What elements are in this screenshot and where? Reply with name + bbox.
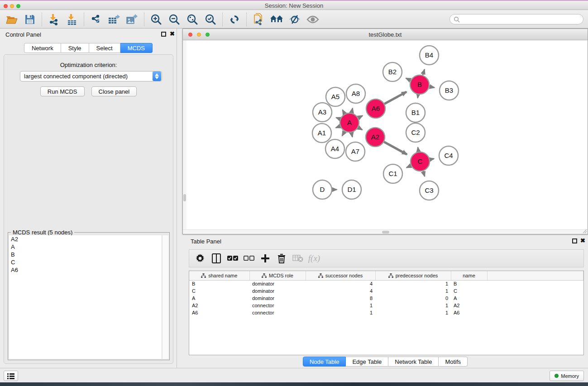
- task-history-button[interactable]: [4, 371, 18, 381]
- edge-C-C2[interactable]: [418, 148, 419, 152]
- home-icon[interactable]: [268, 12, 286, 27]
- function-builder-icon[interactable]: f(x): [307, 251, 321, 266]
- tab-node-table[interactable]: Node Table: [303, 357, 346, 367]
- edge-C-C1[interactable]: [406, 166, 411, 167]
- table-cell[interactable]: A2: [451, 302, 487, 309]
- tab-select[interactable]: Select: [89, 43, 120, 53]
- add-column-icon[interactable]: [258, 251, 272, 266]
- hide-icon[interactable]: [286, 12, 304, 27]
- tab-network-table[interactable]: Network Table: [388, 357, 439, 367]
- edge-A2-C[interactable]: [384, 142, 407, 155]
- open-file-icon[interactable]: [3, 12, 21, 27]
- result-list-item[interactable]: A6: [9, 266, 162, 274]
- table-cell[interactable]: dominator: [249, 280, 306, 287]
- save-session-icon[interactable]: [21, 12, 39, 27]
- table-cell[interactable]: B: [451, 280, 487, 287]
- table-cell[interactable]: A: [451, 295, 487, 302]
- criterion-dropdown[interactable]: largest connected component (directed): [20, 71, 162, 81]
- table-cell[interactable]: connector: [249, 302, 306, 309]
- tab-mcds[interactable]: MCDS: [120, 43, 153, 53]
- table-cell[interactable]: 8: [306, 295, 375, 302]
- table-row[interactable]: A6connector11A6: [189, 309, 583, 316]
- tab-motifs[interactable]: Motifs: [439, 357, 468, 367]
- delete-icon[interactable]: [274, 251, 289, 266]
- column-header-MCDS-role[interactable]: MCDS role: [249, 271, 306, 280]
- table-cell[interactable]: 1: [375, 309, 451, 316]
- table-cell[interactable]: 1: [375, 280, 451, 287]
- deselect-all-icon[interactable]: [242, 251, 256, 266]
- select-all-icon[interactable]: [225, 251, 240, 266]
- refresh-icon[interactable]: [225, 12, 244, 27]
- edge-B-B3[interactable]: [430, 86, 435, 87]
- column-header-name[interactable]: name: [451, 271, 487, 280]
- zoom-fit-icon[interactable]: [183, 12, 201, 27]
- network-vertical-scrollbar[interactable]: [183, 40, 186, 229]
- tab-network[interactable]: Network: [24, 43, 61, 53]
- network-canvas[interactable]: AA1A2A3A4A5A6A7A8BB1B2B3B4CC1C2C3C4DD1: [186, 40, 588, 229]
- table-cell[interactable]: dominator: [249, 295, 306, 302]
- table-cell[interactable]: 4: [306, 287, 375, 295]
- column-header-successor-nodes[interactable]: successor nodes: [306, 271, 375, 280]
- table-float-panel-icon[interactable]: [572, 238, 577, 243]
- edge-A6-B[interactable]: [384, 92, 406, 104]
- show-icon[interactable]: [304, 12, 322, 27]
- result-list-item[interactable]: A: [9, 243, 162, 251]
- run-mcds-button[interactable]: Run MCDS: [40, 86, 85, 96]
- column-header-predecessor-nodes[interactable]: predecessor nodes: [375, 271, 451, 280]
- table-cell[interactable]: A2: [189, 302, 249, 309]
- import-table-icon[interactable]: [63, 12, 81, 27]
- column-header-shared-name[interactable]: shared name: [189, 271, 249, 280]
- delete-table-icon[interactable]: [291, 251, 305, 266]
- table-cell[interactable]: dominator: [249, 287, 306, 295]
- new-network-from-file-icon[interactable]: [249, 12, 268, 27]
- result-list-item[interactable]: B: [9, 251, 162, 258]
- table-cell[interactable]: 1: [306, 302, 375, 309]
- edge-A-A8[interactable]: [352, 108, 353, 113]
- table-cell[interactable]: C: [451, 287, 487, 295]
- edge-A-A5[interactable]: [343, 110, 345, 114]
- import-network-icon[interactable]: [45, 12, 63, 27]
- resize-grip-icon[interactable]: [582, 228, 587, 234]
- edge-A-A4[interactable]: [342, 131, 344, 136]
- close-panel-button[interactable]: Close panel: [91, 86, 137, 96]
- result-list-item[interactable]: A2: [9, 235, 162, 243]
- export-image-icon[interactable]: [123, 12, 141, 27]
- table-cell[interactable]: connector: [249, 309, 306, 316]
- table-cell[interactable]: 0: [375, 295, 451, 302]
- table-row[interactable]: Cdominator41C: [189, 287, 583, 295]
- close-panel-icon[interactable]: ✖: [170, 30, 175, 37]
- edge-B-B2[interactable]: [406, 78, 411, 81]
- result-list-item[interactable]: C: [9, 258, 162, 266]
- edge-C-C3[interactable]: [423, 171, 425, 176]
- mcds-result-list[interactable]: A2ABCA6: [9, 235, 162, 359]
- edge-C-C4[interactable]: [430, 159, 434, 160]
- result-list-scrollbar[interactable]: [162, 235, 168, 359]
- gear-icon[interactable]: [193, 251, 207, 266]
- zoom-out-icon[interactable]: [165, 12, 183, 27]
- tab-style[interactable]: Style: [61, 43, 89, 53]
- edge-B-B4[interactable]: [423, 69, 425, 75]
- search-input[interactable]: [449, 14, 583, 24]
- export-network-icon[interactable]: [87, 12, 105, 27]
- table-cell[interactable]: 4: [306, 280, 375, 287]
- table-cell[interactable]: A: [189, 295, 249, 302]
- memory-button[interactable]: Memory: [550, 371, 584, 381]
- edge-A-A7[interactable]: [351, 133, 352, 137]
- columns-icon[interactable]: [209, 251, 224, 266]
- table-cell[interactable]: 1: [375, 302, 451, 309]
- table-header-row[interactable]: shared nameMCDS rolesuccessor nodesprede…: [189, 271, 583, 280]
- edge-A-A1[interactable]: [336, 126, 340, 128]
- table-cell[interactable]: 1: [306, 309, 375, 316]
- edge-A-A3[interactable]: [336, 118, 340, 119]
- float-panel-icon[interactable]: [161, 32, 166, 37]
- table-close-panel-icon[interactable]: ✖: [580, 237, 585, 244]
- table-row[interactable]: A2connector11A2: [189, 302, 583, 309]
- export-table-icon[interactable]: [105, 12, 123, 27]
- table-cell[interactable]: B: [189, 280, 249, 287]
- table-row[interactable]: Bdominator41B: [189, 280, 583, 287]
- table-cell[interactable]: C: [189, 287, 249, 295]
- table-cell[interactable]: A6: [189, 309, 249, 316]
- zoom-selected-icon[interactable]: [201, 12, 220, 27]
- edge-B-B1[interactable]: [418, 95, 418, 98]
- zoom-in-icon[interactable]: [147, 12, 165, 27]
